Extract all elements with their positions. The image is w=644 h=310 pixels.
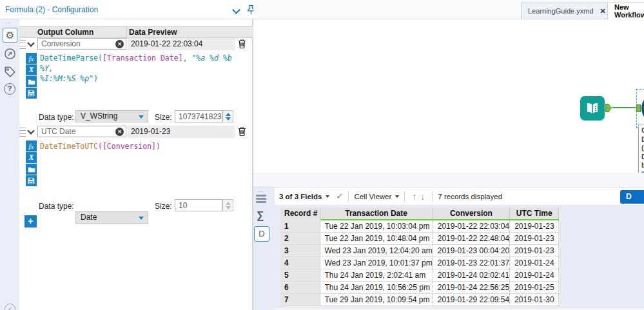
data-preview-value: 2019-01-23 [128, 126, 235, 138]
data-cell[interactable]: 2019-01-22 22:48:04 [433, 232, 509, 244]
expression-toolbar: fx X [26, 53, 37, 99]
column-header-transaction-date[interactable]: Transaction Date [320, 208, 433, 220]
data-cell[interactable]: 2019-01-24 [510, 269, 559, 281]
fields-summary-dropdown[interactable]: 3 of 3 Fields [279, 193, 322, 200]
output-column-input[interactable] [37, 126, 126, 137]
data-cell[interactable]: Thu 24 Jan 2019, 2:02:41 am [320, 269, 433, 281]
table-row[interactable]: 1Tue 22 Jan 2019, 10:03:04 pm2019-01-22 … [280, 220, 559, 232]
data-view-icon[interactable]: D [254, 226, 269, 242]
data-cell[interactable]: 2019-01-23 22:01:37 [433, 257, 509, 269]
column-header-conversion[interactable]: Conversion [433, 208, 509, 220]
navigate-arrow-icon[interactable] [4, 48, 16, 60]
row-expand-chevron-icon[interactable] [27, 127, 34, 134]
data-cell[interactable]: Tue 29 Jan 2019, 10:09:54 pm [320, 293, 433, 305]
datatype-dropdown[interactable]: Date [75, 211, 148, 224]
add-expression-button[interactable]: + [24, 215, 37, 228]
data-cell[interactable]: 2019-01-24 22:56:25 [433, 281, 509, 293]
size-input[interactable] [175, 199, 222, 211]
record-number-cell[interactable]: 1 [280, 220, 320, 232]
table-row[interactable]: 7Tue 29 Jan 2019, 10:09:54 pm2019-01-29 … [280, 293, 559, 305]
header-divider [126, 26, 127, 39]
row-drag-handle[interactable] [19, 128, 26, 137]
dropdown-caret-icon[interactable] [395, 195, 399, 198]
size-spinner[interactable] [222, 110, 233, 122]
dropdown-arrow-icon [139, 115, 144, 119]
data-cell[interactable]: 2019-01-29 22:09:54 [433, 293, 509, 305]
up-arrow-icon[interactable]: ↑ [412, 191, 416, 202]
datatype-dropdown[interactable]: V_WString [75, 110, 148, 122]
output-anchor[interactable] [605, 104, 612, 112]
row-expand-chevron-icon[interactable] [27, 39, 34, 46]
input-data-tool[interactable] [580, 96, 605, 121]
horizontal-scrollbar[interactable] [275, 307, 644, 310]
record-number-cell[interactable]: 5 [280, 269, 320, 281]
data-cell[interactable]: 2019-01-23 [510, 232, 559, 244]
workflow-canvas[interactable]: Conversion = DateTimeParse ([Transaction… [253, 19, 644, 173]
output-column-input[interactable] [37, 38, 126, 50]
variables-icon[interactable]: X [26, 64, 37, 75]
tag-icon[interactable] [4, 66, 15, 77]
delete-row-icon[interactable] [238, 126, 246, 137]
record-number-cell[interactable]: 4 [280, 257, 320, 269]
data-cell[interactable]: 2019-01-23 [510, 220, 559, 232]
data-cell[interactable]: 2019-01-23 [510, 244, 559, 257]
metadata-sigma-icon[interactable]: ∑ [257, 209, 264, 221]
record-number-cell[interactable]: 6 [280, 281, 320, 293]
expression-editor[interactable]: DateTimeToUTC([Conversion]) [40, 141, 249, 151]
tab-learning-guide[interactable]: LearningGuide.yxmd ✕ [521, 3, 608, 19]
clear-column-icon[interactable]: ✕ [115, 40, 124, 48]
size-label: Size: [155, 202, 172, 211]
data-cell[interactable]: 2019-01-23 00:04:20 [433, 244, 509, 257]
column-header-record[interactable]: Record # [280, 208, 320, 220]
save-expression-icon[interactable] [26, 88, 37, 99]
column-header-utc-time[interactable]: UTC Time [510, 208, 559, 220]
clear-column-icon[interactable]: ✕ [115, 128, 124, 136]
table-row[interactable]: 2Tue 22 Jan 2019, 10:48:04 pm2019-01-22 … [280, 232, 559, 244]
record-number-cell[interactable]: 7 [280, 293, 320, 305]
connection-wire[interactable] [612, 107, 636, 108]
close-tab-icon[interactable]: ✕ [600, 7, 606, 15]
size-label: Size: [155, 113, 172, 122]
expression-editor[interactable]: DateTimeParse([Transaction Date], "%a %d… [40, 53, 249, 84]
table-row[interactable]: 4Wed 23 Jan 2019, 10:01:37 pm2019-01-23 … [280, 257, 559, 269]
data-cell[interactable]: Tue 22 Jan 2019, 10:03:04 pm [320, 220, 433, 232]
dropdown-caret-icon[interactable] [326, 195, 329, 198]
data-cell[interactable]: Wed 23 Jan 2019, 10:01:37 pm [320, 257, 433, 269]
help-icon[interactable]: ? [4, 83, 15, 95]
toolbar-divider [432, 191, 433, 202]
record-number-cell[interactable]: 2 [280, 232, 320, 244]
functions-icon[interactable]: fx [26, 53, 37, 64]
gear-icon[interactable]: ⚙ [3, 28, 17, 43]
delete-row-icon[interactable] [238, 39, 246, 49]
data-cell[interactable]: Tue 22 Jan 2019, 10:48:04 pm [320, 232, 433, 244]
data-button[interactable]: D [620, 190, 644, 204]
more-dots-icon[interactable]: ⋯ [5, 19, 12, 26]
table-stack-icon[interactable] [256, 195, 266, 203]
tab-new-workflow[interactable]: New Workflow1* ✕ [607, 3, 644, 19]
table-row[interactable]: 5Thu 24 Jan 2019, 2:02:41 am2019-01-24 0… [280, 269, 559, 281]
down-arrow-icon[interactable]: ↓ [420, 191, 425, 202]
record-number-cell[interactable]: 3 [280, 244, 320, 257]
row-drag-handle[interactable] [19, 40, 26, 49]
data-cell[interactable]: 2019-01-24 [510, 257, 559, 269]
size-input[interactable] [175, 110, 222, 122]
input-anchor[interactable] [636, 104, 641, 112]
data-cell[interactable]: 2019-01-22 22:03:04 [433, 220, 509, 232]
data-cell[interactable]: Thu 24 Jan 2019, 10:56:25 pm [320, 281, 433, 293]
results-table-body: 1Tue 22 Jan 2019, 10:03:04 pm2019-01-22 … [280, 220, 559, 305]
data-cell[interactable]: 2019-01-25 [510, 281, 559, 293]
open-expression-icon[interactable] [26, 164, 37, 175]
apply-check-icon[interactable]: ✔ [336, 191, 343, 201]
collapse-chevron-icon[interactable] [232, 6, 240, 14]
data-cell[interactable]: 2019-01-30 [510, 293, 559, 305]
toolbar-divider [348, 191, 349, 202]
save-expression-icon[interactable] [26, 175, 37, 186]
variables-icon[interactable]: X [26, 152, 37, 163]
table-row[interactable]: 6Thu 24 Jan 2019, 10:56:25 pm2019-01-24 … [280, 281, 559, 293]
cell-viewer-dropdown[interactable]: Cell Viewer [354, 193, 391, 200]
open-expression-icon[interactable] [26, 76, 37, 87]
table-row[interactable]: 3Wed 23 Jan 2019, 12:04:20 am2019-01-23 … [280, 244, 559, 257]
data-cell[interactable]: Wed 23 Jan 2019, 12:04:20 am [320, 244, 433, 257]
data-cell[interactable]: 2019-01-24 02:02:41 [433, 269, 509, 281]
functions-icon[interactable]: fx [26, 140, 37, 151]
